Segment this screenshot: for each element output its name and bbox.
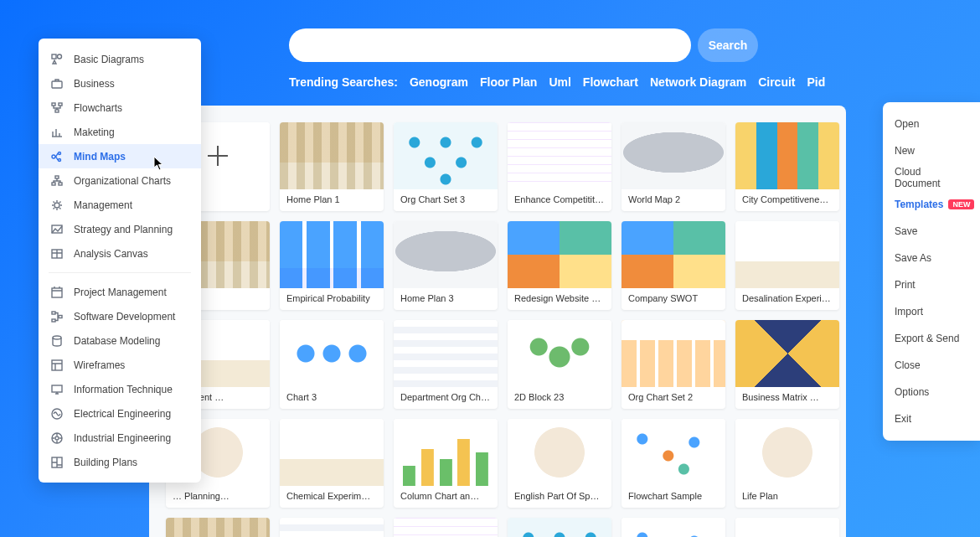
filemenu-label: Save: [895, 225, 917, 237]
filemenu-item-exit[interactable]: Exit: [883, 405, 980, 432]
template-card[interactable]: 2D Block 23: [508, 320, 611, 409]
template-card[interactable]: [166, 518, 270, 537]
filemenu-label: New: [895, 145, 915, 157]
sidebar-item-wireframes[interactable]: Wireframes: [39, 353, 201, 377]
template-thumb: [166, 518, 270, 537]
sidebar-item-label: Software Development: [74, 311, 175, 323]
sidebar-item-industrial-engineering[interactable]: Industrial Engineering: [39, 426, 201, 450]
template-caption: Home Plan 3: [394, 288, 498, 310]
template-card[interactable]: Department Org Chart: [394, 320, 498, 409]
template-card[interactable]: Org Chart Set 2: [622, 320, 725, 409]
trending-term[interactable]: Pid: [807, 75, 825, 89]
template-card[interactable]: [508, 518, 611, 537]
sidebar-item-label: Information Technique: [74, 384, 173, 395]
template-card[interactable]: Flowchart Sample: [622, 419, 725, 508]
template-card[interactable]: Home Plan 1: [280, 122, 384, 211]
flow-icon: [50, 101, 64, 115]
filemenu-item-import[interactable]: Import: [883, 298, 980, 325]
org-icon: [50, 174, 64, 188]
sidebar-item-analysis-canvas[interactable]: Analysis Canvas: [39, 241, 201, 266]
trending-term[interactable]: Network Diagram: [650, 75, 746, 89]
sidebar-item-label: Wireframes: [74, 359, 125, 371]
shapes-icon: [50, 53, 64, 66]
template-card[interactable]: [622, 518, 725, 537]
template-card[interactable]: Desalination Experi…: [735, 221, 839, 310]
sidebar-item-maketing[interactable]: Maketing: [39, 120, 201, 144]
sidebar-item-label: Maketing: [74, 127, 115, 138]
sidebar-item-electrical-engineering[interactable]: Electrical Engineering: [39, 401, 201, 426]
search-button[interactable]: Search: [698, 28, 758, 62]
sidebar-item-project-management[interactable]: Project Management: [39, 280, 201, 304]
template-card[interactable]: Chemical Experim…: [280, 419, 384, 508]
trending-term[interactable]: Genogram: [410, 75, 468, 89]
sidebar-separator: [49, 272, 191, 273]
filemenu-item-open[interactable]: Open: [883, 111, 980, 137]
sidebar-item-flowcharts[interactable]: Flowcharts: [39, 96, 201, 120]
template-card[interactable]: Column Chart an…: [394, 419, 498, 508]
plan-icon: [50, 456, 64, 469]
filemenu-item-close[interactable]: Close: [883, 352, 980, 379]
template-card[interactable]: [735, 518, 839, 537]
sidebar-item-label: Organizational Charts: [74, 175, 171, 187]
trending-term[interactable]: Uml: [549, 75, 570, 89]
filemenu-item-options[interactable]: Options: [883, 379, 980, 405]
sidebar-item-label: Management: [74, 199, 132, 211]
svg-rect-3: [52, 103, 55, 106]
filemenu-item-save[interactable]: Save: [883, 218, 980, 245]
trending-term[interactable]: Flowchart: [583, 75, 638, 89]
filemenu-item-new[interactable]: New: [883, 137, 980, 164]
sidebar-item-organizational-charts[interactable]: Organizational Charts: [39, 168, 201, 193]
template-card[interactable]: Enhance Competitit…: [508, 122, 611, 211]
template-card[interactable]: Chart 3: [280, 320, 384, 409]
filemenu-item-print[interactable]: Print: [883, 271, 980, 298]
filemenu-item-cloud-document[interactable]: Cloud Document: [883, 164, 980, 191]
template-thumb: [394, 320, 498, 387]
template-card[interactable]: Redesign Website …: [508, 221, 611, 310]
template-card[interactable]: [280, 518, 384, 537]
sidebar-item-database-modeling[interactable]: Database Modeling: [39, 328, 201, 353]
trending-term[interactable]: Circuit: [758, 75, 795, 89]
search-input[interactable]: [289, 28, 691, 62]
svg-rect-4: [59, 103, 62, 106]
sidebar-item-business[interactable]: Business: [39, 71, 201, 96]
sidebar-item-label: Building Plans: [74, 457, 137, 468]
trending-term[interactable]: Floor Plan: [480, 75, 537, 89]
template-thumb: [622, 419, 725, 486]
template-thumb: [280, 320, 384, 387]
template-thumb: [735, 320, 839, 387]
filemenu-label: Import: [895, 306, 923, 318]
template-card[interactable]: English Part Of Sp…: [508, 419, 611, 508]
svg-rect-15: [52, 288, 62, 297]
search-bar: Search: [289, 28, 758, 62]
template-thumb: [622, 221, 725, 288]
sidebar-item-software-development[interactable]: Software Development: [39, 304, 201, 328]
sidebar-item-information-technique[interactable]: Information Technique: [39, 377, 201, 401]
trending-searches: Trending Searches: GenogramFloor PlanUml…: [289, 75, 825, 89]
filemenu-item-templates[interactable]: TemplatesNEW: [883, 191, 980, 218]
sidebar-item-strategy-and-planning[interactable]: Strategy and Planning: [39, 217, 201, 241]
filemenu-item-export-send[interactable]: Export & Send: [883, 325, 980, 352]
sidebar-item-building-plans[interactable]: Building Plans: [39, 450, 201, 474]
template-caption: Business Matrix …: [735, 387, 839, 409]
template-caption: City Competitivene…: [735, 189, 839, 211]
sidebar-item-basic-diagrams[interactable]: Basic Diagrams: [39, 47, 201, 71]
sidebar-item-label: Electrical Engineering: [74, 408, 171, 420]
template-card[interactable]: [394, 518, 498, 537]
template-card[interactable]: City Competitivene…: [735, 122, 839, 211]
filemenu-item-save-as[interactable]: Save As: [883, 245, 980, 271]
sidebar-item-management[interactable]: Management: [39, 193, 201, 217]
template-card[interactable]: Life Plan: [735, 419, 839, 508]
template-caption: Department Org Chart: [394, 387, 498, 409]
template-card[interactable]: Business Matrix …: [735, 320, 839, 409]
template-caption: Desalination Experi…: [735, 288, 839, 310]
template-card[interactable]: Org Chart Set 3: [394, 122, 498, 211]
template-card[interactable]: Empirical Probability: [280, 221, 384, 310]
template-card[interactable]: World Map 2: [622, 122, 725, 211]
template-thumb: [394, 518, 498, 537]
sidebar-item-mind-maps[interactable]: Mind Maps: [39, 144, 201, 168]
template-thumb: [508, 518, 611, 537]
filemenu-label: Cloud Document: [895, 166, 968, 189]
mind-icon: [50, 150, 64, 163]
template-card[interactable]: Company SWOT: [622, 221, 725, 310]
template-card[interactable]: Home Plan 3: [394, 221, 498, 310]
